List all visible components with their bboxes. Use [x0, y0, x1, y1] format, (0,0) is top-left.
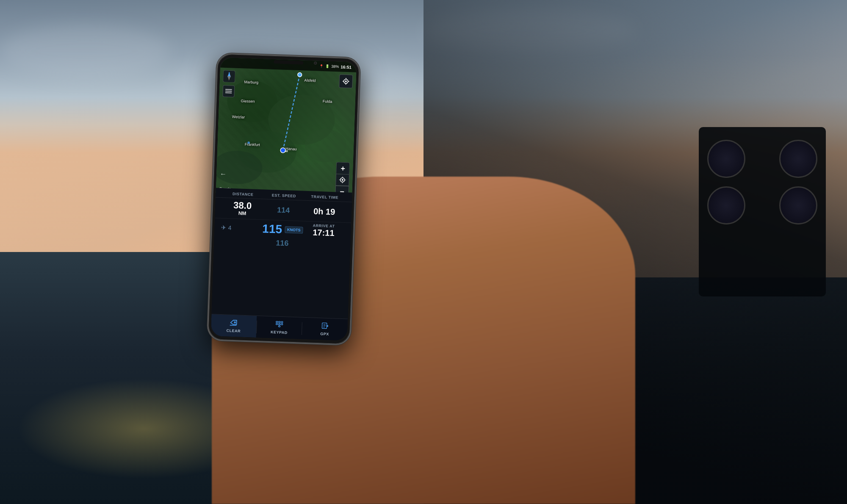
zoom-control-button[interactable] [335, 174, 349, 186]
instrument-4 [779, 186, 817, 224]
travel-header: TRAVEL TIME [304, 194, 345, 200]
arrive-time-value: 17:11 [303, 227, 344, 238]
status-time: 16:51 [340, 64, 352, 69]
svg-rect-15 [225, 89, 232, 90]
svg-rect-16 [225, 91, 232, 92]
gpx-button[interactable]: GPX [302, 318, 348, 341]
instrument-3 [707, 186, 745, 224]
svg-rect-35 [281, 321, 283, 322]
keypad-button[interactable]: KEYPAD [256, 316, 302, 339]
keypad-icon [275, 321, 283, 330]
distance-header: DISTANCE [222, 191, 263, 197]
map-area[interactable]: 48 Marburg Alsfeld Giessen Fulda Wetzlar… [216, 58, 357, 198]
label-hanau: Hanau [285, 147, 297, 151]
clear-icon [230, 319, 238, 328]
gpx-label: GPX [320, 332, 329, 336]
cockpit-dashboard [699, 127, 826, 296]
distance-value-col: 38.0 NM [222, 200, 263, 217]
flight-info-panel: DISTANCE EST. SPEED TRAVEL TIME 38.0 NM … [211, 188, 352, 341]
phone-camera [314, 61, 317, 64]
label-giessen: Giessen [241, 99, 255, 103]
svg-rect-34 [279, 321, 280, 322]
svg-rect-36 [276, 323, 278, 324]
label-fulda: Fulda [323, 99, 332, 104]
svg-rect-33 [276, 321, 278, 322]
map-layers-button[interactable] [222, 85, 235, 97]
battery-percent: 38% [331, 64, 339, 69]
battery-icon: 🔋 [325, 64, 329, 68]
knots-badge: KNOTS [285, 226, 303, 234]
label-frankfurt: Frankfurt [245, 142, 260, 147]
label-wetzlar: Wetzlar [232, 115, 245, 119]
gps-icon: 📍 [319, 64, 324, 68]
back-button[interactable]: ← [220, 170, 227, 178]
clear-button[interactable]: CLEAR [211, 314, 257, 338]
speed-value-col: 114 [263, 205, 304, 215]
svg-rect-39 [278, 325, 280, 327]
speed-header: EST. SPEED [263, 193, 304, 198]
speed-selector-center[interactable]: 115 KNOTS [262, 222, 304, 237]
phone-device: 📍 🔋 38% 16:51 [207, 53, 361, 345]
speed-above: 114 [263, 205, 304, 215]
instrument-2 [779, 140, 817, 178]
travel-value-col: 0h 19 [304, 206, 345, 217]
speed-active-value: 115 [262, 222, 282, 236]
svg-rect-38 [281, 323, 283, 324]
cloud-1 [0, 25, 169, 76]
svg-rect-17 [225, 92, 232, 94]
phone-screen: 📍 🔋 38% 16:51 [211, 58, 357, 341]
label-alsfeld: Alsfeld [304, 78, 316, 83]
waypoints-icon: ✈ [221, 224, 227, 230]
label-marburg: Marburg [244, 80, 258, 85]
svg-point-25 [342, 179, 343, 181]
arrive-col: ARRIVE AT 17:11 [303, 223, 344, 238]
svg-line-32 [230, 325, 237, 325]
svg-rect-37 [279, 323, 280, 324]
zoom-in-button[interactable]: + [336, 162, 350, 174]
instrument-1 [707, 140, 745, 178]
waypoints-info: ✈ 4 [221, 224, 262, 232]
compass: N [223, 70, 235, 83]
action-bar: CLEAR KE [211, 314, 348, 341]
keypad-label: KEYPAD [271, 330, 288, 335]
clear-label: CLEAR [227, 328, 241, 333]
svg-text:N: N [229, 72, 230, 74]
speed-below: 116 [262, 238, 303, 248]
locate-button[interactable] [339, 74, 353, 88]
gpx-icon [321, 322, 329, 331]
svg-point-19 [345, 80, 347, 82]
svg-point-8 [298, 72, 302, 77]
